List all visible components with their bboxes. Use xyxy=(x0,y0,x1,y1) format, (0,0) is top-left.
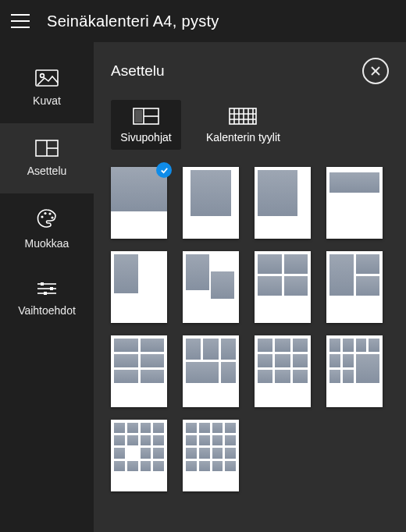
sidebar: Kuvat Asettelu Muokkaa xyxy=(0,42,94,532)
palette-icon xyxy=(36,207,58,229)
sidebar-item-label: Asettelu xyxy=(27,165,67,177)
template-thumb[interactable] xyxy=(326,167,383,239)
close-button[interactable] xyxy=(362,58,389,84)
template-thumb[interactable] xyxy=(111,251,167,323)
template-thumb[interactable] xyxy=(183,167,239,239)
template-thumb[interactable] xyxy=(326,335,383,407)
svg-rect-12 xyxy=(41,282,44,286)
svg-point-1 xyxy=(41,74,45,78)
layout-icon xyxy=(35,140,59,157)
template-thumb[interactable] xyxy=(111,335,167,407)
tab-label: Kalenterin tyylit xyxy=(206,131,280,144)
svg-point-7 xyxy=(48,212,51,215)
tab-sivupohjat[interactable]: Sivupohjat xyxy=(111,100,181,150)
app-header: Seinäkalenteri A4, pysty xyxy=(0,0,406,42)
template-thumb[interactable] xyxy=(255,335,311,407)
template-thumb[interactable] xyxy=(183,420,239,491)
svg-rect-20 xyxy=(135,110,142,122)
template-thumb[interactable] xyxy=(326,251,383,323)
sidebar-item-kuvat[interactable]: Kuvat xyxy=(0,53,94,123)
template-thumb[interactable] xyxy=(255,167,311,239)
close-icon xyxy=(370,66,381,76)
template-grid xyxy=(111,167,384,491)
svg-point-8 xyxy=(51,216,53,218)
sidebar-item-vaihtoehdot[interactable]: Vaihtoehdot xyxy=(0,264,94,334)
sliders-icon xyxy=(36,281,58,296)
tab-kalenterin-tyylit[interactable]: Kalenterin tyylit xyxy=(197,100,290,150)
panel-tabs: Sivupohjat Kalenterin tyylit xyxy=(111,100,389,150)
template-thumb[interactable] xyxy=(111,167,167,239)
selected-check-icon xyxy=(156,162,172,178)
image-icon xyxy=(35,69,59,87)
sidebar-item-label: Vaihtoehdot xyxy=(18,304,76,317)
svg-point-6 xyxy=(44,212,46,215)
sidebar-item-label: Kuvat xyxy=(33,94,61,107)
sidebar-item-label: Muokkaa xyxy=(25,237,69,250)
template-thumb[interactable] xyxy=(255,251,311,323)
svg-rect-13 xyxy=(50,287,53,290)
keyboard-grid-icon xyxy=(229,108,257,125)
template-thumb[interactable] xyxy=(183,251,239,323)
sidebar-item-asettelu[interactable]: Asettelu xyxy=(0,123,94,193)
panel-title: Asettelu xyxy=(111,62,165,80)
template-thumb[interactable] xyxy=(183,335,239,407)
page-title: Seinäkalenteri A4, pysty xyxy=(47,12,219,30)
svg-rect-14 xyxy=(44,292,47,295)
template-thumb[interactable] xyxy=(111,420,167,491)
tab-label: Sivupohjat xyxy=(120,131,171,144)
sidebar-item-muokkaa[interactable]: Muokkaa xyxy=(0,193,94,264)
svg-rect-21 xyxy=(230,108,256,124)
page-templates-icon xyxy=(133,108,159,125)
hamburger-menu[interactable] xyxy=(11,10,33,32)
svg-point-5 xyxy=(41,215,43,218)
layout-panel: Asettelu Sivupohjat xyxy=(94,42,406,532)
